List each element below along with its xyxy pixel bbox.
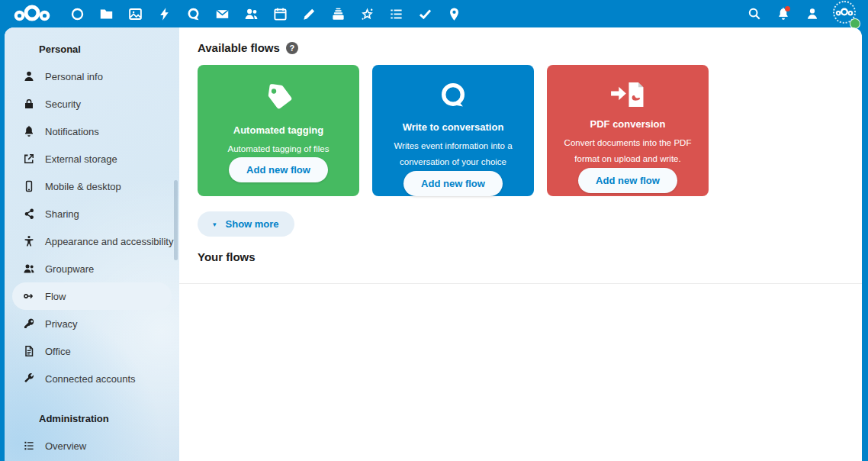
sidebar-item-overview[interactable]: Overview — [12, 432, 172, 459]
sidebar-section-personal: Personal — [5, 35, 179, 63]
sidebar-item-connected-accounts[interactable]: Connected accounts — [12, 365, 172, 392]
lock-icon — [23, 98, 35, 110]
tasks-list-icon[interactable] — [381, 0, 410, 27]
sidebar-item-privacy[interactable]: Privacy — [12, 310, 172, 337]
help-icon[interactable]: ? — [286, 42, 298, 54]
sidebar-item-label: Appearance and accessibility — [45, 236, 173, 247]
sparkle-star-icon[interactable] — [352, 0, 381, 27]
content-shell: Personal Personal info Security Notifica… — [5, 27, 862, 461]
groupware-icon — [23, 263, 35, 275]
sidebar-item-external-storage[interactable]: External storage — [12, 145, 172, 172]
deck-stack-icon[interactable] — [323, 0, 352, 27]
show-more-label: Show more — [226, 218, 279, 230]
user-icon — [23, 70, 35, 82]
contacts-menu-icon[interactable] — [798, 0, 827, 27]
notifications-bell-icon[interactable] — [769, 0, 798, 27]
sidebar-item-office[interactable]: Office — [12, 337, 172, 365]
overview-list-icon — [23, 440, 35, 452]
pdf-conversion-icon — [609, 80, 647, 109]
checkmark-icon[interactable] — [410, 0, 439, 27]
photos-icon[interactable] — [121, 0, 149, 27]
app-icon-bar — [63, 0, 468, 27]
mail-envelope-icon[interactable] — [207, 0, 236, 27]
top-header-bar — [0, 0, 868, 27]
talk-bubble-icon — [437, 80, 469, 112]
maps-pin-icon[interactable] — [439, 0, 468, 27]
search-icon[interactable] — [740, 0, 769, 27]
card-title: PDF conversion — [590, 118, 666, 130]
sidebar-item-label: Mobile & desktop — [45, 181, 121, 192]
flow-settings-main: Available flows ? Automated tagging Auto… — [179, 27, 862, 461]
sidebar-item-label: Personal info — [45, 71, 103, 82]
share-icon — [23, 208, 35, 220]
add-new-flow-button[interactable]: Add new flow — [403, 171, 503, 196]
flow-card-automated-tagging: Automated tagging Automated tagging of f… — [198, 65, 359, 196]
sidebar-item-security[interactable]: Security — [12, 90, 172, 118]
sidebar-item-flow[interactable]: Flow — [12, 282, 172, 310]
sidebar-item-appearance-accessibility[interactable]: Appearance and accessibility — [12, 227, 172, 255]
bell-icon — [23, 125, 35, 137]
key-icon — [23, 318, 35, 330]
flow-card-pdf-conversion: PDF conversion Convert documents into th… — [547, 65, 709, 196]
card-title: Write to conversation — [403, 121, 504, 133]
sidebar-section-administration: Administration — [5, 405, 179, 432]
calendar-icon[interactable] — [265, 0, 294, 27]
available-flows-title: Available flows — [198, 41, 280, 54]
card-description: Convert documents into the PDF format on… — [556, 135, 699, 168]
sidebar-item-groupware[interactable]: Groupware — [12, 255, 172, 282]
tag-icon — [262, 80, 295, 115]
sidebar-item-sharing[interactable]: Sharing — [12, 200, 172, 227]
add-new-flow-button[interactable]: Add new flow — [229, 157, 328, 182]
activity-lightning-icon[interactable] — [149, 0, 178, 27]
sidebar-item-label: Privacy — [45, 318, 78, 330]
sidebar-item-label: Flow — [45, 291, 66, 302]
external-link-icon — [23, 153, 35, 165]
user-avatar[interactable] — [833, 1, 859, 27]
contacts-people-icon[interactable] — [236, 0, 265, 27]
document-icon — [23, 345, 35, 357]
sidebar-scrollbar[interactable] — [174, 180, 178, 260]
sidebar-item-label: Connected accounts — [45, 373, 136, 385]
talk-bubble-icon[interactable] — [178, 0, 207, 27]
sidebar-item-mobile-desktop[interactable]: Mobile & desktop — [12, 172, 172, 200]
sidebar-item-personal-info[interactable]: Personal info — [12, 63, 172, 90]
show-more-button[interactable]: ▾ Show more — [198, 211, 294, 237]
sidebar-item-label: Office — [45, 346, 71, 357]
chevron-down-icon: ▾ — [213, 221, 217, 228]
section-divider — [179, 283, 862, 284]
notes-pencil-icon[interactable] — [294, 0, 323, 27]
notification-badge-dot — [785, 6, 790, 11]
available-flows-heading-row: Available flows ? — [198, 41, 844, 54]
mobile-icon — [23, 180, 35, 192]
sidebar-item-label: Security — [45, 98, 81, 110]
settings-sidebar: Personal Personal info Security Notifica… — [5, 27, 179, 461]
sidebar-item-notifications[interactable]: Notifications — [12, 118, 172, 145]
card-title: Automated tagging — [233, 124, 323, 136]
wrench-icon — [23, 372, 35, 385]
header-right-group — [740, 0, 860, 27]
sidebar-item-label: Groupware — [45, 263, 94, 275]
nextcloud-logo[interactable] — [12, 4, 52, 24]
sidebar-item-label: Sharing — [45, 208, 79, 220]
files-folder-icon[interactable] — [92, 0, 121, 27]
your-flows-title: Your flows — [198, 250, 844, 263]
add-new-flow-button[interactable]: Add new flow — [578, 168, 677, 193]
sidebar-item-label: External storage — [45, 153, 117, 165]
available-flows-cards: Automated tagging Automated tagging of f… — [198, 65, 844, 196]
sidebar-item-label: Overview — [45, 440, 86, 452]
card-description: Writes event information into a conversa… — [381, 138, 525, 171]
accessibility-icon — [23, 235, 35, 247]
card-description: Automated tagging of files — [225, 141, 333, 157]
sidebar-item-label: Notifications — [45, 126, 99, 137]
dashboard-icon[interactable] — [63, 0, 92, 27]
flow-icon — [23, 290, 35, 302]
flow-card-write-to-conversation: Write to conversation Writes event infor… — [372, 65, 534, 196]
